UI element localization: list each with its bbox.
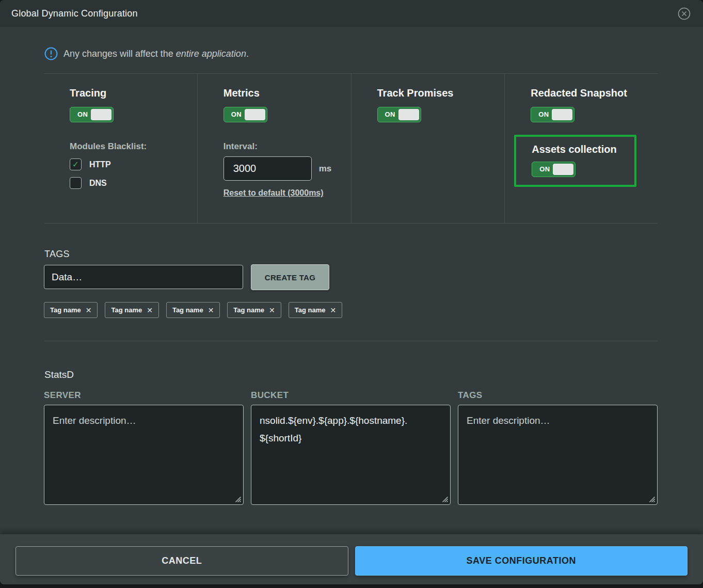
statsd-section-label: StatsD [44, 369, 74, 380]
section-divider [44, 341, 658, 341]
toggle-knob [245, 109, 265, 120]
tag-chip: Tag name ✕ [166, 302, 220, 318]
modules-blacklist-label: Modules Blacklist: [70, 141, 197, 152]
server-label: SERVER [44, 390, 244, 401]
tag-chip-list: Tag name ✕ Tag name ✕ Tag name ✕ Tag nam… [44, 302, 342, 318]
metrics-title: Metrics [223, 87, 351, 99]
dns-checkbox-row[interactable]: DNS [70, 177, 197, 189]
dns-label: DNS [89, 179, 107, 188]
resize-handle-icon[interactable] [649, 497, 655, 502]
save-configuration-button[interactable]: SAVE CONFIGURATION [355, 546, 688, 576]
assets-collection-title: Assets collection [532, 144, 634, 155]
tag-chip: Tag name ✕ [44, 302, 98, 318]
metrics-toggle[interactable]: ON [223, 107, 267, 122]
redacted-snapshot-column: Redacted Snapshot ON Assets collection O… [504, 74, 658, 223]
tag-chip: Tag name ✕ [105, 302, 158, 318]
tag-chip: Tag name ✕ [289, 302, 342, 318]
tracing-title: Tracing [70, 87, 197, 99]
remove-tag-icon[interactable]: ✕ [86, 307, 92, 314]
http-checkbox-row[interactable]: ✓ HTTP [70, 158, 197, 170]
check-icon: ✓ [72, 160, 79, 169]
interval-row: ms [223, 156, 351, 181]
dialog-title: Global Dynamic Configuration [11, 8, 138, 19]
bucket-textarea[interactable]: nsolid.${env}.${app}.${hostname}. ${shor… [251, 405, 451, 505]
toggle-knob [398, 109, 419, 120]
statsd-bucket-field: BUCKET nsolid.${env}.${app}.${hostname}.… [251, 390, 451, 505]
redacted-snapshot-toggle[interactable]: ON [531, 107, 574, 122]
interval-input[interactable] [223, 156, 312, 181]
toggle-knob [91, 109, 111, 120]
dialog-footer: CANCEL SAVE CONFIGURATION [0, 534, 703, 584]
tag-name-input[interactable] [44, 265, 243, 289]
reset-to-default-link[interactable]: Reset to default (3000ms) [223, 188, 324, 198]
tags-textarea[interactable] [458, 405, 658, 505]
interval-label: Interval: [223, 141, 351, 152]
assets-collection-toggle[interactable]: ON [532, 162, 576, 177]
statsd-tags-field: TAGS [458, 390, 658, 505]
info-icon [44, 47, 58, 60]
dialog-titlebar: Global Dynamic Configuration [0, 0, 703, 27]
interval-unit: ms [319, 164, 332, 174]
tag-chip: Tag name ✕ [227, 302, 281, 318]
remove-tag-icon[interactable]: ✕ [269, 307, 275, 314]
remove-tag-icon[interactable]: ✕ [147, 307, 153, 314]
server-textarea[interactable] [44, 405, 244, 505]
track-promises-column: Track Promises ON [351, 74, 505, 223]
track-promises-title: Track Promises [377, 87, 505, 99]
remove-tag-icon[interactable]: ✕ [330, 307, 337, 314]
toggle-knob [552, 109, 572, 120]
http-checkbox[interactable]: ✓ [70, 158, 82, 170]
toggle-knob [553, 164, 573, 175]
tags-section-label: TAGS [44, 249, 70, 260]
tracing-toggle[interactable]: ON [70, 107, 114, 122]
track-promises-toggle[interactable]: ON [377, 107, 421, 122]
create-tag-button[interactable]: CREATE TAG [251, 264, 329, 290]
feature-grid: Tracing ON Modules Blacklist: ✓ HTTP DNS… [44, 73, 658, 224]
metrics-column: Metrics ON Interval: ms Reset to default… [197, 74, 351, 223]
tracing-column: Tracing ON Modules Blacklist: ✓ HTTP DNS [44, 74, 197, 223]
statsd-grid: SERVER BUCKET nsolid.${env}.${app}.${hos… [44, 390, 658, 505]
dns-checkbox[interactable] [70, 177, 82, 189]
tags-label: TAGS [458, 390, 658, 401]
redacted-snapshot-title: Redacted Snapshot [531, 87, 658, 99]
assets-collection-highlight-box: Assets collection ON [514, 135, 636, 187]
statsd-server-field: SERVER [44, 390, 244, 505]
global-dynamic-configuration-dialog: Global Dynamic Configuration Any changes… [0, 0, 703, 584]
cancel-button[interactable]: CANCEL [15, 546, 348, 576]
close-button[interactable] [678, 7, 691, 20]
notice-banner: Any changes will affect the entire appli… [44, 47, 249, 60]
resize-handle-icon[interactable] [235, 497, 241, 502]
resize-handle-icon[interactable] [442, 497, 448, 502]
tags-row: CREATE TAG [44, 265, 329, 290]
close-icon [678, 7, 691, 20]
remove-tag-icon[interactable]: ✕ [208, 307, 214, 314]
http-label: HTTP [89, 160, 111, 169]
bucket-label: BUCKET [251, 390, 451, 401]
notice-text: Any changes will affect the entire appli… [63, 49, 249, 59]
